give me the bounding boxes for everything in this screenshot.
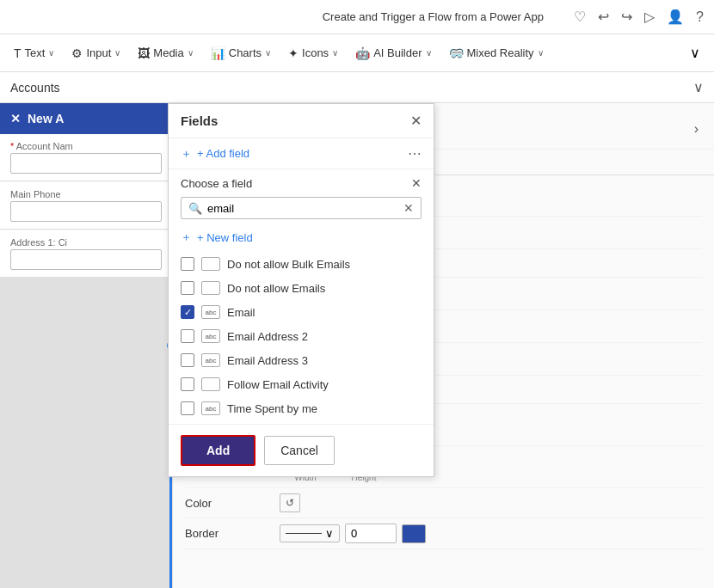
list-item[interactable]: Follow Email Activity xyxy=(181,372,422,396)
canvas-field-input-1[interactable] xyxy=(10,201,162,222)
prop-border: Border ∨ 0 xyxy=(185,518,702,549)
field-name-0: Do not allow Bulk Emails xyxy=(227,258,350,271)
choose-field-close-icon[interactable]: ✕ xyxy=(411,176,422,190)
dialog-close-icon[interactable]: ✕ xyxy=(410,113,422,129)
choose-field-title: Choose a field xyxy=(181,177,252,190)
dialog-title: Fields xyxy=(181,113,218,128)
field-checkbox-5[interactable] xyxy=(181,377,194,391)
prop-border-label: Border xyxy=(185,527,280,540)
icons-chevron: ∨ xyxy=(332,48,338,58)
toolbar-ai-label: AI Builder xyxy=(373,46,422,59)
toolbar-ai-builder[interactable]: 🤖 AI Builder ∨ xyxy=(348,43,438,64)
canvas-form-area: ✕ New A Account Nam Main Phone Address 1… xyxy=(0,103,172,588)
toolbar: T Text ∨ ⚙ Input ∨ 🖼 Media ∨ 📊 Charts ∨ … xyxy=(0,34,714,72)
field-type-grid-5 xyxy=(201,377,220,391)
toolbar-media[interactable]: 🖼 Media ∨ xyxy=(131,43,200,64)
title-bar-text: Create and Trigger a Flow from a Power A… xyxy=(292,10,575,23)
toolbar-input[interactable]: ⚙ Input ∨ xyxy=(65,43,127,64)
field-checkbox-0[interactable] xyxy=(181,257,194,271)
title-bar: Create and Trigger a Flow from a Power A… xyxy=(0,0,714,34)
mr-chevron: ∨ xyxy=(538,48,544,58)
canvas-field-mainphone: Main Phone xyxy=(0,182,172,230)
color-refresh-icon[interactable]: ↺ xyxy=(280,493,300,512)
breadcrumb-bar: Accounts ∨ xyxy=(0,72,714,103)
field-checkbox-1[interactable] xyxy=(181,281,194,295)
border-color-swatch[interactable] xyxy=(402,524,426,543)
dialog-header: Fields ✕ xyxy=(169,104,434,138)
canvas-section: ✕ New A Account Nam Main Phone Address 1… xyxy=(0,103,172,588)
prop-color-value: ↺ xyxy=(280,493,702,512)
cancel-button[interactable]: Cancel xyxy=(264,436,335,465)
field-checkbox-4[interactable] xyxy=(181,353,194,367)
field-name-2: Email xyxy=(227,306,255,319)
text-chevron: ∨ xyxy=(48,48,54,58)
field-name-4: Email Address 3 xyxy=(227,354,308,367)
border-style-chevron: ∨ xyxy=(325,527,334,540)
field-checkbox-6[interactable] xyxy=(181,401,194,415)
search-icon: 🔍 xyxy=(188,202,202,215)
breadcrumb: Accounts xyxy=(10,81,60,95)
border-style-dropdown[interactable]: ∨ xyxy=(280,524,340,542)
add-field-plus-icon: ＋ xyxy=(181,146,192,162)
list-item[interactable]: abc Email Address 2 xyxy=(181,324,422,348)
field-checkbox-3[interactable] xyxy=(181,329,194,343)
toolbar-icons-label: Icons xyxy=(302,46,329,59)
field-checkbox-2[interactable] xyxy=(181,305,194,319)
list-item[interactable]: Do not allow Emails xyxy=(181,276,422,300)
charts-chevron: ∨ xyxy=(265,48,271,58)
add-field-more-icon[interactable]: ⋯ xyxy=(408,145,422,162)
play-icon[interactable]: ▷ xyxy=(644,9,655,25)
input-icon: ⚙ xyxy=(71,46,83,60)
toolbar-more[interactable]: ∨ xyxy=(683,41,707,64)
toolbar-mr-label: Mixed Reality xyxy=(467,46,534,59)
panel-toggle-icon[interactable]: › xyxy=(691,114,702,144)
field-type-grid-0 xyxy=(201,257,220,271)
toolbar-charts[interactable]: 📊 Charts ∨ xyxy=(204,43,278,64)
add-button[interactable]: Add xyxy=(181,435,255,466)
list-item[interactable]: abc Time Spent by me xyxy=(181,396,422,420)
charts-icon: 📊 xyxy=(211,46,225,60)
add-field-button[interactable]: ＋ + Add field xyxy=(181,146,249,162)
new-field-plus-icon: ＋ xyxy=(181,230,192,245)
add-field-label: + Add field xyxy=(197,147,249,160)
search-clear-icon[interactable]: ✕ xyxy=(403,201,414,215)
field-name-3: Email Address 2 xyxy=(227,330,308,343)
media-chevron: ∨ xyxy=(188,48,194,58)
dialog-add-field-row: ＋ + Add field ⋯ xyxy=(169,138,434,169)
border-width-input[interactable]: 0 xyxy=(345,524,397,543)
icons-icon: ✦ xyxy=(288,46,299,60)
field-name-1: Do not allow Emails xyxy=(227,282,325,295)
toolbar-mixed-reality[interactable]: 🥽 Mixed Reality ∨ xyxy=(442,43,551,64)
canvas-field-input-2[interactable] xyxy=(10,249,162,270)
fields-dialog: Fields ✕ ＋ + Add field ⋯ Choose a field … xyxy=(168,103,434,477)
title-bar-icons: ♡ ↩ ↪ ▷ 👤 ? xyxy=(574,9,704,25)
form-title: New A xyxy=(28,112,64,126)
field-type-text-2: abc xyxy=(201,305,220,319)
list-item[interactable]: abc Email Address 3 xyxy=(181,348,422,372)
choose-field-header: Choose a field ✕ xyxy=(169,169,434,193)
new-field-label: + New field xyxy=(197,231,253,244)
redo-icon[interactable]: ↪ xyxy=(621,9,632,25)
form-close-icon[interactable]: ✕ xyxy=(10,112,21,126)
canvas-field-label-2: Address 1: Ci xyxy=(10,237,162,248)
mixed-reality-icon: 🥽 xyxy=(449,46,464,60)
user-icon[interactable]: 👤 xyxy=(667,9,684,25)
undo-icon[interactable]: ↩ xyxy=(598,9,609,25)
canvas-field-accountname: Account Nam xyxy=(0,134,172,181)
search-box: 🔍 ✕ xyxy=(181,197,422,219)
new-field-button[interactable]: ＋ + New field xyxy=(169,226,434,252)
toolbar-text-label: Text xyxy=(25,46,46,59)
canvas-field-input-0[interactable] xyxy=(10,153,162,174)
field-name-6: Time Spent by me xyxy=(227,402,317,415)
media-icon: 🖼 xyxy=(138,46,150,60)
help-icon[interactable]: ? xyxy=(696,9,704,25)
list-item[interactable]: Do not allow Bulk Emails xyxy=(181,252,422,276)
breadcrumb-chevron[interactable]: ∨ xyxy=(693,79,704,95)
list-item[interactable]: abc Email xyxy=(181,300,422,324)
field-type-text-6: abc xyxy=(201,401,220,415)
field-list: Do not allow Bulk Emails Do not allow Em… xyxy=(169,252,434,420)
field-name-5: Follow Email Activity xyxy=(227,378,329,391)
toolbar-icons[interactable]: ✦ Icons ∨ xyxy=(281,43,345,64)
toolbar-text[interactable]: T Text ∨ xyxy=(7,43,61,64)
search-input[interactable] xyxy=(207,202,398,215)
